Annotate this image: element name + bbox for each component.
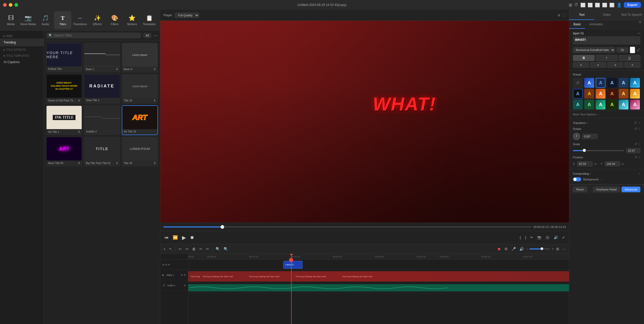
- title-clip[interactable]: T WHAT!: [283, 261, 302, 269]
- split-button[interactable]: ✂: [529, 235, 534, 240]
- title-card-title28[interactable]: LOREM IPSUM Title 28 ⬇: [122, 137, 158, 166]
- preset-warm[interactable]: A: [607, 89, 617, 99]
- tab-tts[interactable]: Text To Speech: [619, 10, 644, 20]
- color-swatch[interactable]: [630, 47, 635, 53]
- export-button[interactable]: Export: [624, 2, 641, 8]
- titlebar-icon-3[interactable]: ⬜: [580, 3, 586, 8]
- progress-bar[interactable]: [163, 226, 532, 227]
- bracket-open-button[interactable]: {: [519, 235, 522, 240]
- minimize-button[interactable]: [9, 3, 12, 7]
- tl-more-button[interactable]: ···: [562, 246, 567, 252]
- more-options-button[interactable]: ···: [154, 33, 157, 38]
- toolbar-filters[interactable]: 🎨 Filters: [106, 11, 123, 29]
- sidebar-title-effects-section[interactable]: ▶ Title Effects: [0, 46, 44, 52]
- layout-icon[interactable]: ⊞: [639, 20, 641, 24]
- preset-gold[interactable]: A: [584, 89, 594, 99]
- sidebar-item-ai-captions[interactable]: AI Captions: [0, 58, 44, 66]
- tl-delete-button[interactable]: 🗑: [191, 246, 197, 252]
- tl-zoom-in-button[interactable]: 🔍: [215, 246, 221, 252]
- scale-thumb[interactable]: [583, 149, 586, 152]
- font-select[interactable]: Montserrat ExtraBold Italic: [573, 47, 615, 53]
- scale-slider[interactable]: [573, 150, 624, 151]
- transform-keyframe-icon[interactable]: ◇: [638, 121, 640, 125]
- subtab-basic[interactable]: Basic: [569, 20, 585, 29]
- title-card-art26[interactable]: ART Art Title 26: [122, 105, 158, 135]
- search-input[interactable]: [54, 34, 139, 37]
- preset-cyan[interactable]: A: [619, 100, 628, 109]
- titlebar-icon-2[interactable]: ⏱: [574, 3, 578, 7]
- bold-button[interactable]: B: [573, 55, 595, 61]
- sidebar-item-trending[interactable]: Trending: [0, 39, 44, 46]
- toolbar-audio[interactable]: 🎵 Audio: [37, 11, 54, 29]
- stop-button[interactable]: ⏹: [189, 235, 195, 240]
- rotate-keyframe-icon[interactable]: ◇: [638, 127, 640, 130]
- tl-volume-button[interactable]: 🔊: [518, 246, 525, 252]
- y-input[interactable]: [605, 161, 620, 166]
- preset-none[interactable]: ∅: [573, 78, 583, 88]
- align-right-button[interactable]: ≡: [607, 62, 623, 68]
- quality-select[interactable]: Full Quality: [175, 13, 199, 18]
- title-card-ink1[interactable]: INK TITLE Ink Title 1 ⬇: [46, 105, 82, 135]
- title-card-title29[interactable]: Lorem Ipsum Title 29 ⬇: [122, 74, 158, 104]
- user-avatar[interactable]: 👤: [617, 3, 622, 8]
- titlebar-icon-7[interactable]: ⬜: [609, 3, 615, 8]
- titlebar-icon-6[interactable]: ⬜: [602, 3, 607, 8]
- rotate-dial[interactable]: [573, 133, 580, 140]
- filter-button[interactable]: All: [143, 33, 151, 38]
- titlebar-icon-1[interactable]: ⊞: [569, 3, 572, 8]
- video-clip-main[interactable]: That Song That Song Challenge with Taylo…: [188, 271, 569, 282]
- tl-mic-button[interactable]: 🎤: [510, 246, 517, 252]
- preset-dark-blue[interactable]: A: [607, 78, 617, 88]
- close-button[interactable]: [3, 3, 7, 7]
- tl-grid-button[interactable]: ⊞: [555, 246, 560, 252]
- underline-button[interactable]: U: [619, 55, 640, 61]
- preset-teal[interactable]: A: [573, 100, 583, 109]
- title-card-basic1[interactable]: Basic 1 ⬇: [84, 43, 120, 72]
- position-reset-icon[interactable]: ↺: [634, 155, 637, 159]
- title-card-game[interactable]: DOES MIDAS'GOLDEN TOUCH WORKIN CHAPTER 3…: [46, 74, 82, 104]
- preset-pink[interactable]: A: [630, 100, 640, 109]
- italic-button[interactable]: I: [596, 55, 617, 61]
- tl-zoom-out-button[interactable]: 🔍: [223, 246, 229, 252]
- tab-video[interactable]: Video: [594, 10, 619, 20]
- progress-thumb[interactable]: [221, 225, 224, 229]
- preset-navy[interactable]: A: [619, 78, 628, 88]
- play-button[interactable]: ▶: [181, 234, 187, 241]
- toolbar-templates[interactable]: 📋 Templates: [141, 11, 158, 29]
- titlebar-icon-5[interactable]: ⬜: [595, 3, 600, 8]
- align-left-button[interactable]: ≡: [573, 62, 589, 68]
- preset-green[interactable]: A: [584, 100, 594, 109]
- fit-icon[interactable]: ⊞: [558, 13, 560, 17]
- audio-clip-main[interactable]: [188, 284, 569, 291]
- preset-dark-outline[interactable]: A: [573, 89, 583, 99]
- toolbar-effects[interactable]: ✨ Effects: [89, 11, 106, 29]
- toolbar-stock[interactable]: 📷 Stock Media: [19, 11, 37, 29]
- title-card-basic6[interactable]: Lorem ipsum Basic 6 ⬇: [122, 43, 158, 72]
- scale-reset-icon[interactable]: ↺: [634, 142, 637, 146]
- scale-keyframe-icon[interactable]: ◇: [638, 142, 640, 146]
- font-size-input[interactable]: [617, 47, 628, 53]
- edit-icon[interactable]: ✏: [638, 32, 640, 35]
- zoom-thumb[interactable]: [541, 247, 543, 250]
- title-card-default[interactable]: YOUR TITLE HERE Default Title: [46, 43, 82, 72]
- tl-undo-button[interactable]: ↩: [178, 246, 183, 252]
- color-picker-icon[interactable]: 🖊: [637, 48, 640, 52]
- tl-settings-button[interactable]: ⚙: [503, 246, 509, 252]
- preset-orange[interactable]: A: [596, 89, 605, 99]
- background-toggle[interactable]: [573, 177, 581, 181]
- sidebar-title-templates-section[interactable]: ▶ Title Templates: [0, 52, 44, 58]
- step-back-button[interactable]: ⏪: [172, 234, 179, 240]
- preset-emerald[interactable]: A: [596, 100, 605, 109]
- toolbar-stickers[interactable]: ⭐ Stickers: [123, 11, 141, 29]
- reset-button[interactable]: Reset: [573, 187, 587, 192]
- preset-blue-solid[interactable]: A: [584, 78, 594, 88]
- rotate-input[interactable]: [582, 134, 598, 139]
- maximize-button[interactable]: [14, 3, 18, 7]
- fullscreen-icon[interactable]: ⛶: [563, 13, 566, 17]
- rotate-reset-icon[interactable]: ↺: [634, 127, 637, 131]
- title-card-bigtitle[interactable]: TITLE Big Title Pack Title 01 ⬇: [84, 137, 120, 166]
- preset-yellow[interactable]: A: [630, 89, 640, 99]
- tl-split-button[interactable]: ✂: [198, 246, 203, 252]
- playhead[interactable]: [291, 254, 292, 324]
- audio-button[interactable]: 🔊: [553, 235, 559, 240]
